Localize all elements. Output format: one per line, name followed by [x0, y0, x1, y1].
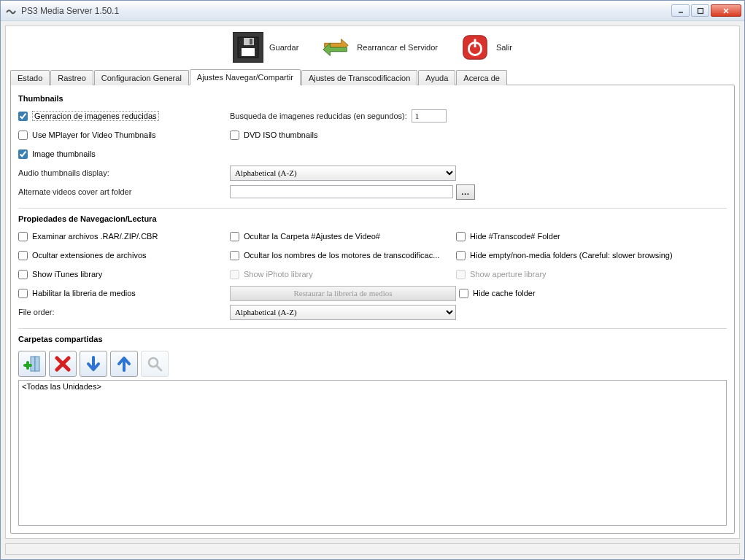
restart-icon: [320, 32, 351, 63]
browse-button[interactable]: ...: [456, 184, 475, 200]
quit-button[interactable]: Salir: [454, 31, 518, 64]
save-button[interactable]: Guardar: [227, 31, 304, 64]
svg-rect-5: [242, 48, 255, 56]
audio-display-label: Audio thumbnails display:: [18, 168, 109, 177]
add-folder-button[interactable]: [18, 351, 46, 377]
delete-icon: [54, 355, 72, 373]
checkbox-hide-cache[interactable]: Hide cache folder: [459, 289, 536, 298]
thumbnails-heading: Thumbnails: [18, 94, 727, 103]
checkbox-archives[interactable]: Examinar archivos .RAR/.ZIP/.CBR: [18, 232, 158, 241]
svg-line-14: [157, 366, 161, 370]
alt-folder-input[interactable]: [230, 185, 453, 198]
tab-ayuda[interactable]: Ayuda: [418, 70, 455, 85]
floppy-icon: [233, 32, 263, 63]
window-title: PS3 Media Server 1.50.1: [21, 6, 671, 16]
divider: [18, 208, 727, 209]
toolbar: Guardar Rearrancar el Servidor Salir: [6, 26, 739, 69]
titlebar: PS3 Media Server 1.50.1: [1, 1, 744, 21]
file-order-select[interactable]: Alphabetical (A-Z): [230, 305, 456, 320]
audio-display-select[interactable]: Alphabetical (A-Z): [230, 166, 456, 181]
tab-estado[interactable]: Estado: [10, 70, 50, 85]
tab-navegar-compartir[interactable]: Ajustes Navegar/Compartir: [190, 69, 301, 85]
reset-medialib-button: Restaurar la libreria de medios: [230, 286, 456, 301]
remove-folder-button[interactable]: [49, 351, 77, 377]
minimize-button[interactable]: [671, 4, 690, 17]
checkbox-hide-video-settings[interactable]: Ocultar la Carpeta #Ajustes de Video#: [230, 232, 380, 241]
tab-panel: Thumbnails Genracion de imagenes reducid…: [10, 85, 735, 534]
checkbox-dvd-iso[interactable]: DVD ISO thumbnails: [230, 131, 317, 140]
app-icon: [5, 5, 17, 17]
file-order-label: File order:: [18, 308, 55, 316]
app-window: PS3 Media Server 1.50.1 Guardar Rearranc…: [0, 0, 745, 560]
checkbox-itunes[interactable]: Show iTunes library: [18, 270, 102, 279]
tab-transcodificacion[interactable]: Ajustes de Transcodificacion: [301, 70, 417, 85]
checkbox-image-thumbs[interactable]: Image thumbnails: [18, 149, 96, 159]
quit-label: Salir: [496, 43, 512, 52]
checkbox-hide-empty[interactable]: Hide empty/non-media folders (Careful: s…: [456, 251, 673, 260]
alt-folder-label: Alternate videos cover art folder: [18, 187, 131, 196]
move-down-button[interactable]: [80, 351, 107, 377]
window-controls: [671, 4, 741, 17]
gen-reduced-label: Genracion de imagenes reducidas: [32, 111, 159, 121]
checkbox-hide-ext[interactable]: Ocultar extensiones de archivos: [18, 251, 147, 260]
svg-rect-1: [698, 8, 703, 13]
svg-rect-7: [250, 39, 252, 44]
seek-input[interactable]: [412, 109, 447, 122]
checkbox-mplayer[interactable]: Use MPlayer for Video Thumbnails: [18, 131, 156, 140]
svg-rect-11: [31, 357, 35, 371]
tab-acerca-de[interactable]: Acerca de: [456, 70, 507, 85]
seek-label: Busqueda de imagenes reducidas (en segun…: [230, 112, 407, 120]
checkbox-enable-medialib[interactable]: Habilitar la libreria de medios: [18, 289, 136, 298]
maximize-button[interactable]: [691, 4, 709, 17]
divider-2: [18, 328, 727, 329]
mplayer-label: Use MPlayer for Video Thumbnails: [32, 131, 156, 139]
scan-button: [141, 351, 169, 377]
checkbox-hide-transcode[interactable]: Hide #Transcode# Folder: [456, 232, 560, 241]
checkbox-hide-engines[interactable]: Ocultar los nombres de los motores de tr…: [230, 251, 439, 260]
close-button[interactable]: [711, 4, 741, 17]
save-label: Guardar: [269, 43, 298, 52]
restart-button[interactable]: Rearrancar el Servidor: [314, 31, 444, 64]
arrow-down-icon: [85, 355, 102, 373]
content-area: Guardar Rearrancar el Servidor Salir Est…: [5, 26, 740, 539]
restart-label: Rearrancar el Servidor: [357, 43, 438, 52]
checkbox-gen-reduced[interactable]: Genracion de imagenes reducidas: [18, 111, 159, 121]
dvd-iso-label: DVD ISO thumbnails: [244, 131, 317, 139]
navigation-heading: Propiedades de Navegacion/Lectura: [18, 214, 727, 223]
svg-rect-12: [35, 357, 39, 371]
search-icon: [146, 355, 163, 373]
list-item[interactable]: <Todas las Unidades>: [22, 382, 723, 391]
arrow-up-icon: [115, 355, 133, 373]
shared-folders-list[interactable]: <Todas las Unidades>: [18, 380, 727, 526]
tab-rastreo[interactable]: Rastreo: [50, 70, 93, 85]
move-up-button[interactable]: [110, 351, 138, 377]
checkbox-aperture: Show aperture library: [456, 270, 547, 279]
checkbox-iphoto: Show iPhoto library: [230, 270, 313, 279]
power-icon: [460, 32, 490, 63]
add-folder-icon: [23, 355, 41, 373]
image-thumbs-label: Image thumbnails: [32, 149, 96, 158]
status-bar: [5, 543, 740, 555]
folder-toolbar: [18, 351, 727, 377]
tab-config-general[interactable]: Configuracion General: [94, 70, 189, 85]
tab-strip: Estado Rastreo Configuracion General Aju…: [6, 69, 739, 85]
shared-heading: Carpetas compartidas: [18, 335, 727, 343]
